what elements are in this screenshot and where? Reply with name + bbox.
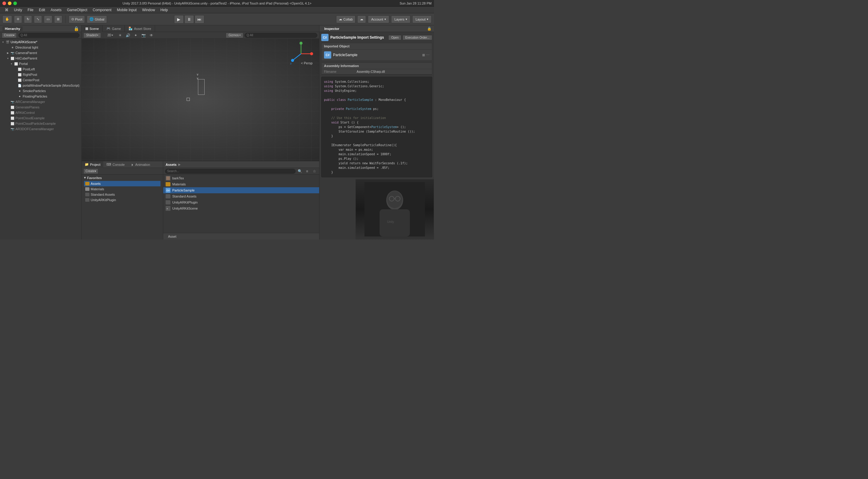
tab-console[interactable]: ⌨ Console (103, 161, 128, 168)
menu-unity[interactable]: Unity (11, 7, 25, 13)
rect-tool-btn[interactable]: ▭ (44, 15, 52, 23)
menu-apple[interactable]: ⌘ (2, 7, 11, 13)
close-button[interactable] (2, 1, 6, 5)
scene-gizmo-icon[interactable]: 👁 (148, 33, 155, 38)
menu-window[interactable]: Window (140, 7, 157, 13)
assets-filter-icon[interactable]: ≡ (304, 168, 310, 174)
ar3dof-arrow (6, 127, 10, 131)
account-btn[interactable]: Account (368, 15, 389, 23)
hierarchy-search-input[interactable] (19, 33, 80, 38)
cloud-btn[interactable]: ☁ (357, 15, 366, 23)
tree-generate-planes[interactable]: ⬜ GeneratePlanes (0, 104, 81, 110)
assets-star-icon[interactable]: ☆ (311, 168, 317, 174)
collab-btn[interactable]: ☁ Collab (336, 15, 355, 23)
audio-icon[interactable]: 🔊 (125, 33, 131, 38)
tree-label-postleft: PostLeft (23, 67, 35, 71)
menu-component[interactable]: Component (90, 7, 114, 13)
layers-btn[interactable]: Layers (391, 15, 410, 23)
open-btn[interactable]: Open (389, 35, 401, 40)
hierarchy-lock-icon[interactable]: 🔒 (74, 26, 79, 31)
tree-portal-script[interactable]: 📄 portalWindowParticleSample (MonoScript… (0, 83, 81, 88)
materials-icon (166, 182, 170, 186)
tree-pointcloud-particle[interactable]: ⬜ PointCloudParticleExample (0, 121, 81, 126)
scene-search-input[interactable] (245, 33, 317, 38)
minimize-button[interactable] (8, 1, 11, 5)
inspector-lock-btn[interactable]: 🔒 (427, 27, 432, 31)
fav-item-assets[interactable]: Assets (84, 181, 160, 186)
hierarchy-create-btn[interactable]: Create ▾ (2, 33, 17, 38)
menu-mobile-input[interactable]: Mobile Input (115, 7, 139, 13)
tree-centerpost[interactable]: ⬜ CenterPost (0, 77, 81, 83)
tree-hitcube-parent[interactable]: ▾ ⬜ HitCubeParent (0, 56, 81, 61)
tab-animation[interactable]: ⏵ Animation (128, 161, 153, 168)
hand-tool-btn[interactable]: ✋ (2, 15, 12, 23)
rightpost-icon: ⬜ (18, 72, 22, 77)
shaded-btn[interactable]: Shaded (84, 33, 101, 38)
tree-floating-particles[interactable]: ✦ FloatingParticles (0, 94, 81, 99)
asset-particlesample[interactable]: C# ParticleSample (163, 187, 319, 193)
transform-tool-btn[interactable]: ⊞ (54, 15, 62, 23)
menu-help[interactable]: Help (158, 7, 170, 13)
fav-item-standard-assets[interactable]: Standard Assets (84, 192, 160, 197)
fx-icon[interactable]: ✦ (132, 33, 139, 38)
asset-standard-assets[interactable]: Standard Assets (163, 193, 319, 199)
tree-camera-parent[interactable]: ▶ 📷 CameraParent (0, 50, 81, 56)
project-create-dropdown-icon: ▾ (95, 169, 96, 173)
asset-materials[interactable]: Materials (163, 181, 319, 187)
gizmos-btn[interactable]: Gizmos (226, 33, 243, 38)
assets-search-icon[interactable]: 🔍 (297, 168, 303, 174)
tree-portal[interactable]: ▾ ⬜ Portal (0, 61, 81, 66)
pause-button[interactable]: ⏸ (184, 15, 194, 24)
obj-toggle-icon[interactable]: ⊞ (422, 53, 425, 57)
fav-item-arkit-plugin[interactable]: UnityARKitPlugin (84, 197, 160, 203)
tree-rightpost[interactable]: ⬜ RightPost (0, 72, 81, 77)
import-title-with-icon: C# ParticleSample Import Settings (321, 34, 384, 41)
tree-arkit-control[interactable]: ⬜ ARKitControl (0, 110, 81, 115)
tree-label-smoke: SmokeParticles (23, 89, 45, 93)
scale-tool-btn[interactable]: ⤡ (34, 15, 42, 23)
animation-tab-icon: ⏵ (131, 163, 134, 166)
assets-search-input[interactable] (165, 169, 296, 174)
person-svg: Unity (365, 182, 425, 237)
scene-view[interactable]: Y X Z < Persp v v ◻ (82, 39, 319, 161)
move-tool-btn[interactable]: ✛ (14, 15, 22, 23)
scene-cam-icon[interactable]: 📷 (140, 33, 147, 38)
tree-arcamera-manager[interactable]: 📷 ARCameraManager (0, 99, 81, 104)
layout-btn[interactable]: Layout (412, 15, 432, 23)
rotate-tool-btn[interactable]: ↻ (24, 15, 32, 23)
global-btn[interactable]: 🌐 Global (87, 15, 107, 23)
project-create-btn[interactable]: Create ▾ (84, 169, 98, 174)
pivot-btn[interactable]: ⊙ Pivot (69, 15, 85, 23)
obj-dots-icon[interactable]: ⋯ (426, 53, 430, 57)
tab-scene[interactable]: ▦ Scene (82, 25, 103, 32)
fav-item-materials[interactable]: Materials (84, 186, 160, 192)
inspector-tab[interactable]: Inspector (322, 26, 342, 31)
tree-scene-root[interactable]: ▾ 🎬 UnityARKitScene* (0, 39, 81, 45)
tab-project[interactable]: 📁 Project (82, 161, 103, 168)
step-button[interactable]: ⏭ (195, 15, 204, 24)
menu-file[interactable]: File (25, 7, 36, 13)
webcam-person: Unity (356, 179, 434, 239)
tree-postleft[interactable]: ⬜ PostLeft (0, 66, 81, 72)
tab-game[interactable]: 🎮 Game (103, 25, 125, 32)
maximize-button[interactable] (13, 1, 17, 5)
object-controls: ⊞ ⋯ (422, 53, 430, 57)
tree-smoke-particles[interactable]: ✦ SmokeParticles (0, 88, 81, 94)
tree-ar3dof-manager[interactable]: 📷 AR3DOFCameraManager (0, 126, 81, 132)
hierarchy-tab[interactable]: Hierarchy (2, 26, 23, 31)
menu-edit[interactable]: Edit (37, 7, 48, 13)
menu-assets[interactable]: Assets (48, 7, 64, 13)
tree-label-dlight: Directional light (16, 45, 38, 49)
play-button[interactable]: ▶ (174, 15, 184, 24)
execution-order-btn[interactable]: Execution Order... (403, 35, 432, 40)
postleft-icon: ⬜ (18, 67, 22, 71)
tree-pointcloud-example[interactable]: ⬜ PointCloudExample (0, 115, 81, 121)
asset-barktex[interactable]: barkTex (163, 175, 319, 181)
tab-asset-store[interactable]: 🏪 Asset Store (125, 25, 155, 32)
lighting-icon[interactable]: ☀ (117, 33, 123, 38)
tree-directional-light[interactable]: ☀ Directional light (0, 45, 81, 50)
menu-gameobject[interactable]: GameObject (64, 7, 89, 13)
2d-btn[interactable]: 2D (105, 33, 116, 38)
asset-arkit-plugin[interactable]: UnityARKitPlugin (163, 199, 319, 205)
asset-arkit-scene[interactable]: ✦ UnityARKitScene (163, 205, 319, 211)
